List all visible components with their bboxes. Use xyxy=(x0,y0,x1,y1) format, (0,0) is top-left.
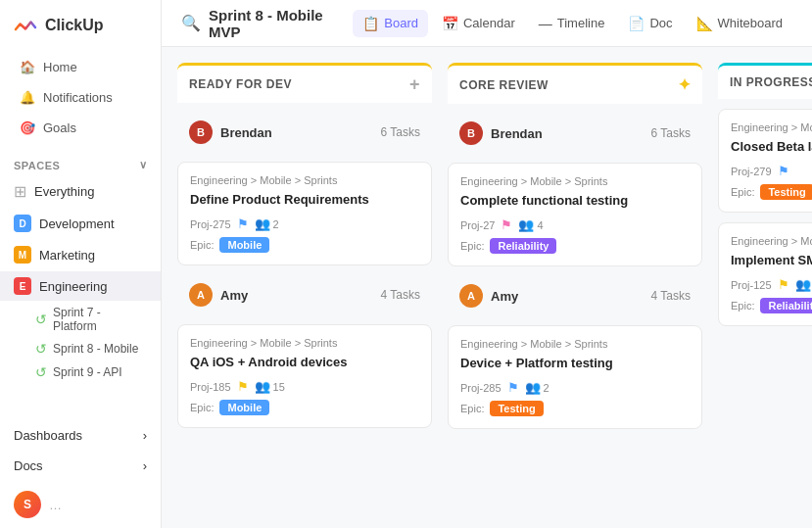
header: 🔍 Sprint 8 - Mobile MVP 📋 Board 📅 Calend… xyxy=(162,0,812,47)
dashboards-section[interactable]: Dashboards › xyxy=(0,420,161,451)
meta-define: Proj-275 ⚑ 👥 2 xyxy=(190,216,419,231)
tab-calendar[interactable]: 📅 Calendar xyxy=(432,10,525,37)
epic-row-beta: Epic: Testing xyxy=(731,184,812,200)
flag-icon-qa: ⚑ xyxy=(237,379,249,394)
people-icon-device: 👥 xyxy=(525,380,541,395)
nav-goals-label: Goals xyxy=(43,120,76,135)
epic-badge-sms: Reliability xyxy=(760,298,812,313)
tab-timeline[interactable]: — Timeline xyxy=(529,10,615,37)
breadcrumb-define: Engineering > Mobile > Sprints xyxy=(190,174,419,186)
grid-icon: ⊞ xyxy=(14,182,26,201)
card-define-product[interactable]: Engineering > Mobile > Sprints Define Pr… xyxy=(177,162,432,265)
card-closed-beta[interactable]: Engineering > Mobile > Sprints Closed Be… xyxy=(718,109,812,213)
group-amy-core: A Amy 4 Tasks xyxy=(448,276,702,315)
docs-section[interactable]: Docs › xyxy=(0,451,161,481)
engineering-dot: E xyxy=(14,277,31,295)
meta-device: Proj-285 ⚑ 👥 2 xyxy=(460,380,690,395)
sidebar-sprint-7[interactable]: ↺ Sprint 7 - Platform xyxy=(0,302,161,337)
people-icon-qa: 👥 xyxy=(255,379,270,394)
avatar-brendan: B xyxy=(189,120,213,144)
sprint-icon-1: ↺ xyxy=(35,312,47,327)
sidebar-item-everything[interactable]: ⊞ Everything xyxy=(0,176,161,207)
epic-row-sms: Epic: Reliability xyxy=(731,298,812,313)
whiteboard-icon: 📐 xyxy=(696,16,713,31)
group-user-amy-core: A Amy xyxy=(459,284,518,308)
id-sms: Proj-125 xyxy=(731,279,772,291)
title-define: Define Product Requirements xyxy=(190,191,419,209)
card-complete-functional[interactable]: Engineering > Mobile > Sprints Complete … xyxy=(448,163,702,266)
assignees-define: 👥 2 xyxy=(255,216,279,231)
group-brendan-ready: B Brendan 6 Tasks xyxy=(177,113,432,152)
people-icon-sms: 👥 xyxy=(795,277,811,292)
column-inprogress-header: IN PROGRESS xyxy=(718,63,812,99)
page-title: Sprint 8 - Mobile MVP xyxy=(209,7,333,40)
breadcrumb-functional: Engineering > Mobile > Sprints xyxy=(460,175,690,187)
group-user-amy: A Amy xyxy=(189,283,248,307)
title-device: Device + Platform testing xyxy=(460,355,690,372)
tab-whiteboard[interactable]: 📐 Whiteboard xyxy=(687,10,792,37)
meta-sms: Proj-125 ⚑ 👥 2 xyxy=(731,277,812,292)
epic-label-sms: Epic: xyxy=(731,300,754,312)
timeline-icon: — xyxy=(539,16,552,31)
meta-beta: Proj-279 ⚑ xyxy=(731,164,812,178)
breadcrumb-sms: Engineering > Mobile > Sprints xyxy=(731,235,812,247)
marketing-label: Marketing xyxy=(39,248,95,263)
bell-icon: 🔔 xyxy=(20,89,35,105)
tab-calendar-label: Calendar xyxy=(463,16,515,30)
column-inprogress-title: IN PROGRESS xyxy=(730,75,812,89)
meta-qa: Proj-185 ⚑ 👥 15 xyxy=(190,379,419,394)
tab-doc-label: Doc xyxy=(649,16,672,30)
clickup-logo-icon xyxy=(14,14,37,37)
development-dot: D xyxy=(14,215,31,232)
epic-badge-functional: Reliability xyxy=(490,238,556,254)
epic-label-define: Epic: xyxy=(190,239,214,251)
breadcrumb-qa: Engineering > Mobile > Sprints xyxy=(190,337,419,349)
epic-label-beta: Epic: xyxy=(731,186,754,198)
breadcrumb-beta: Engineering > Mobile > Sprints xyxy=(731,121,812,133)
user-avatar-icon: … xyxy=(49,498,62,512)
development-label: Development xyxy=(39,216,115,231)
title-sms: Implement SMS opt-in xyxy=(731,252,812,269)
sprint-icon-2: ↺ xyxy=(35,341,47,357)
header-tabs: 📋 Board 📅 Calendar — Timeline 📄 Doc 📐 Wh… xyxy=(353,10,792,37)
user-avatar-area[interactable]: S … xyxy=(0,481,161,528)
group-user-brendan: B Brendan xyxy=(189,120,272,144)
spaces-header: Spaces ∨ xyxy=(0,147,161,175)
title-qa: QA iOS + Android devices xyxy=(190,354,419,371)
tab-doc[interactable]: 📄 Doc xyxy=(618,10,682,37)
sidebar-item-engineering[interactable]: E Engineering xyxy=(0,271,161,301)
marketing-dot: M xyxy=(14,246,31,264)
title-functional: Complete functional testing xyxy=(460,192,690,210)
flag-icon-beta: ⚑ xyxy=(778,164,789,178)
nav-notifications[interactable]: 🔔 Notifications xyxy=(6,82,155,112)
tab-board[interactable]: 📋 Board xyxy=(353,10,428,37)
column-inprogress: IN PROGRESS Engineering > Mobile > Sprin… xyxy=(718,63,812,326)
title-beta: Closed Beta launch and feedback xyxy=(731,138,812,156)
docs-label: Docs xyxy=(14,458,43,473)
main-content: 🔍 Sprint 8 - Mobile MVP 📋 Board 📅 Calend… xyxy=(162,0,812,528)
epic-label-functional: Epic: xyxy=(460,240,484,252)
sidebar-item-development[interactable]: D Development xyxy=(0,209,161,238)
id-qa: Proj-185 xyxy=(190,381,231,393)
nav-notifications-label: Notifications xyxy=(43,90,113,105)
card-device-platform[interactable]: Engineering > Mobile > Sprints Device + … xyxy=(448,325,702,429)
card-sms-optin[interactable]: Engineering > Mobile > Sprints Implement… xyxy=(718,222,812,326)
nav-home[interactable]: 🏠 Home xyxy=(6,52,155,81)
id-functional: Proj-27 xyxy=(460,219,495,231)
sidebar-item-marketing[interactable]: M Marketing xyxy=(0,240,161,269)
avatar-amy: A xyxy=(189,283,213,307)
people-icon-functional: 👥 xyxy=(518,217,534,232)
home-icon: 🏠 xyxy=(20,59,35,74)
sidebar-sprint-8[interactable]: ↺ Sprint 8 - Mobile xyxy=(0,337,161,360)
calendar-icon: 📅 xyxy=(442,16,458,31)
meta-functional: Proj-27 ⚑ 👥 4 xyxy=(460,217,690,232)
group-user-brendan-core: B Brendan xyxy=(459,121,543,145)
epic-badge-beta: Testing xyxy=(760,184,812,200)
chevron-right-icon-dashboards: › xyxy=(143,428,147,443)
nav-goals[interactable]: 🎯 Goals xyxy=(6,113,155,142)
add-task-ready-button[interactable]: + xyxy=(409,75,420,93)
sprint-8-label: Sprint 8 - Mobile xyxy=(53,342,138,356)
card-qa-ios[interactable]: Engineering > Mobile > Sprints QA iOS + … xyxy=(177,324,432,428)
sidebar: ClickUp 🏠 Home 🔔 Notifications 🎯 Goals S… xyxy=(0,0,162,528)
sidebar-sprint-9[interactable]: ↺ Sprint 9 - API xyxy=(0,360,161,384)
